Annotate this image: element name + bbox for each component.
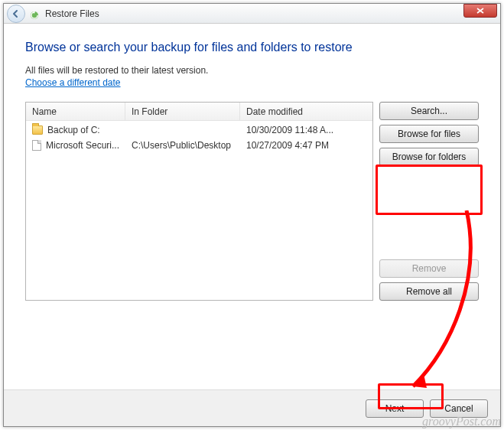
list-row[interactable]: Backup of C: 10/30/2009 11:48 A... xyxy=(26,122,372,138)
list-body: Backup of C: 10/30/2009 11:48 A... Micro… xyxy=(26,121,372,155)
browse-files-button[interactable]: Browse for files xyxy=(379,125,479,143)
cell-name: Backup of C: xyxy=(47,125,100,135)
browse-folders-button[interactable]: Browse for folders xyxy=(379,148,479,166)
arrow-left-icon xyxy=(11,9,21,18)
remove-all-button[interactable]: Remove all xyxy=(379,282,479,301)
col-date[interactable]: Date modified xyxy=(240,103,372,120)
restore-icon xyxy=(28,8,41,20)
page-heading: Browse or search your backup for files a… xyxy=(25,41,479,54)
version-note: All files will be restored to their late… xyxy=(25,65,479,76)
next-button[interactable]: Next xyxy=(366,399,424,418)
file-icon xyxy=(32,140,41,151)
close-button[interactable] xyxy=(463,4,497,18)
main-row: Name In Folder Date modified Backup of C… xyxy=(25,102,479,301)
cell-name: Microsoft Securi... xyxy=(46,140,119,151)
search-button[interactable]: Search... xyxy=(379,102,479,120)
remove-button: Remove xyxy=(379,259,479,278)
watermark: groovyPost.com xyxy=(422,415,501,428)
list-header: Name In Folder Date modified xyxy=(26,103,372,121)
cell-date: 10/30/2009 11:48 A... xyxy=(240,122,372,138)
cell-folder xyxy=(125,122,240,138)
file-list[interactable]: Name In Folder Date modified Backup of C… xyxy=(25,102,373,301)
spacer xyxy=(379,171,479,255)
side-buttons: Search... Browse for files Browse for fo… xyxy=(379,102,479,301)
col-name[interactable]: Name xyxy=(26,103,125,120)
list-row[interactable]: Microsoft Securi... C:\Users\Public\Desk… xyxy=(26,138,372,153)
close-icon xyxy=(476,8,484,14)
choose-date-link[interactable]: Choose a different date xyxy=(25,77,121,88)
col-folder[interactable]: In Folder xyxy=(125,103,240,120)
back-button[interactable] xyxy=(7,5,25,23)
cell-date: 10/27/2009 4:47 PM xyxy=(240,138,372,153)
restore-files-window: Restore Files Browse or search your back… xyxy=(3,3,501,427)
window-title: Restore Files xyxy=(45,8,99,19)
titlebar: Restore Files xyxy=(4,4,500,24)
content-area: Browse or search your backup for files a… xyxy=(4,24,500,301)
cell-folder: C:\Users\Public\Desktop xyxy=(125,138,240,153)
folder-icon xyxy=(32,125,43,135)
